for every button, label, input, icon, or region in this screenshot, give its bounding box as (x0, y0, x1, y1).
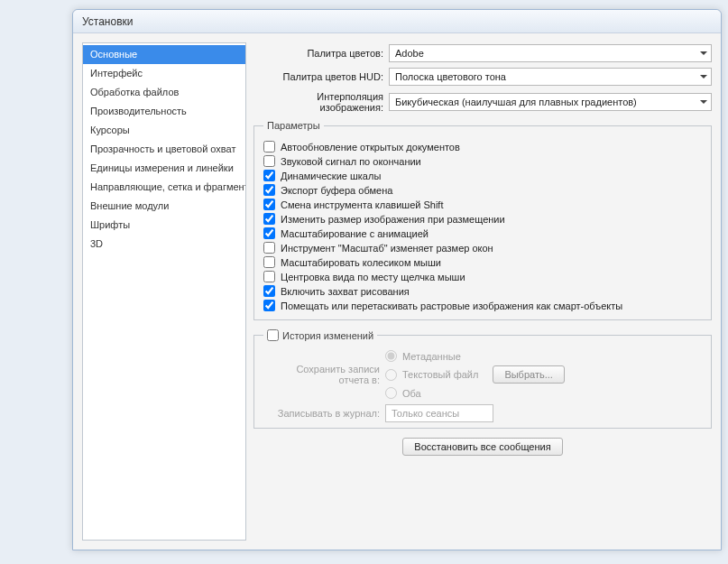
param-row: Звуковой сигнал по окончании (263, 155, 702, 167)
param-row: Автообновление открытых документов (263, 141, 702, 153)
param-label: Смена инструмента клавишей Shift (281, 199, 443, 210)
param-label: Масштабирование с анимацией (281, 228, 429, 239)
radio-both-label: Оба (402, 388, 421, 399)
main-panel: Палитра цветов: Adobe Палитра цветов HUD… (253, 42, 712, 541)
restore-messages-button[interactable]: Восстановить все сообщения (402, 438, 562, 456)
save-records-label: Сохранить записи отчета в: (263, 364, 385, 385)
param-checkbox-10[interactable] (263, 285, 275, 297)
param-row: Инструмент "Масштаб" изменяет размер око… (263, 242, 702, 254)
client-area: Основные Интерфейс Обработка файлов Прои… (73, 33, 721, 550)
param-checkbox-0[interactable] (263, 141, 275, 153)
sidebar-item-transparency[interactable]: Прозрачность и цветовой охват (83, 140, 245, 159)
param-checkbox-5[interactable] (263, 213, 275, 225)
param-checkbox-2[interactable] (263, 170, 275, 181)
history-fieldset: История изменений Сохранить записи отчет… (253, 329, 712, 429)
chevron-down-icon (700, 75, 707, 79)
window-titlebar: Установки (73, 10, 721, 33)
journal-label: Записывать в журнал: (263, 408, 385, 419)
radio-textfile[interactable] (385, 369, 397, 381)
param-checkbox-7[interactable] (263, 242, 275, 254)
hud-picker-label: Палитра цветов HUD: (253, 71, 389, 82)
param-checkbox-6[interactable] (263, 227, 275, 239)
interp-label: Интерполяция изображения: (253, 91, 389, 113)
param-checkbox-3[interactable] (263, 184, 275, 196)
param-row: Масштабировать колесиком мыши (263, 256, 702, 268)
sidebar-item-performance[interactable]: Производительность (83, 102, 245, 121)
sidebar-item-basic[interactable]: Основные (83, 45, 245, 64)
param-row: Помещать или перетаскивать растровые изо… (263, 300, 702, 311)
sidebar-item-fonts[interactable]: Шрифты (83, 216, 245, 235)
param-checkbox-1[interactable] (263, 155, 275, 167)
param-checkbox-8[interactable] (263, 256, 275, 268)
radio-textfile-label: Текстовый файл (402, 369, 478, 380)
sidebar: Основные Интерфейс Обработка файлов Прои… (82, 42, 246, 541)
param-label: Изменить размер изображения при размещен… (281, 214, 505, 225)
param-label: Помещать или перетаскивать растровые изо… (281, 300, 622, 311)
window-title: Установки (82, 15, 133, 28)
param-row: Динамические шкалы (263, 170, 702, 181)
parameters-fieldset: Параметры Автообновление открытых докуме… (253, 120, 712, 320)
param-row: Включить захват рисования (263, 285, 702, 297)
radio-both[interactable] (385, 387, 397, 399)
sidebar-item-3d[interactable]: 3D (83, 235, 245, 254)
param-checkbox-4[interactable] (263, 199, 275, 210)
param-row: Центровка вида по месту щелчка мыши (263, 271, 702, 282)
param-row: Масштабирование с анимацией (263, 227, 702, 239)
sidebar-item-guides[interactable]: Направляющие, сетка и фрагменты (83, 178, 245, 197)
param-row: Экспорт буфера обмена (263, 184, 702, 196)
param-label: Центровка вида по месту щелчка мыши (281, 272, 465, 282)
history-legend-text: История изменений (282, 330, 373, 341)
choose-button[interactable]: Выбрать... (493, 365, 564, 384)
preferences-window: Установки Основные Интерфейс Обработка ф… (72, 9, 722, 550)
param-label: Инструмент "Масштаб" изменяет размер око… (281, 243, 493, 254)
sidebar-item-units[interactable]: Единицы измерения и линейки (83, 159, 245, 178)
interp-combo[interactable]: Бикубическая (наилучшая для плавных град… (389, 93, 712, 111)
param-row: Изменить размер изображения при размещен… (263, 213, 702, 225)
param-label: Масштабировать колесиком мыши (281, 257, 441, 268)
history-enable-checkbox[interactable] (267, 329, 279, 341)
color-picker-label: Палитра цветов: (253, 48, 389, 59)
radio-metadata[interactable] (385, 350, 397, 362)
param-label: Динамические шкалы (281, 171, 381, 181)
sidebar-item-interface[interactable]: Интерфейс (83, 64, 245, 83)
param-row: Смена инструмента клавишей Shift (263, 199, 702, 210)
sidebar-item-filehandling[interactable]: Обработка файлов (83, 83, 245, 102)
hud-picker-combo[interactable]: Полоска цветового тона (389, 68, 712, 86)
param-checkbox-11[interactable] (263, 300, 275, 311)
chevron-down-icon (700, 100, 707, 104)
chevron-down-icon (700, 51, 707, 55)
sidebar-item-cursors[interactable]: Курсоры (83, 121, 245, 140)
sidebar-item-plugins[interactable]: Внешние модули (83, 197, 245, 216)
radio-metadata-label: Метаданные (402, 351, 461, 362)
param-checkbox-9[interactable] (263, 271, 275, 282)
param-label: Автообновление открытых документов (281, 142, 460, 153)
parameters-legend: Параметры (263, 120, 324, 131)
param-label: Включить захват рисования (281, 286, 410, 297)
param-label: Экспорт буфера обмена (281, 185, 392, 196)
param-label: Звуковой сигнал по окончании (281, 156, 421, 167)
color-picker-combo[interactable]: Adobe (389, 44, 712, 62)
journal-combo[interactable]: Только сеансы (385, 404, 493, 422)
